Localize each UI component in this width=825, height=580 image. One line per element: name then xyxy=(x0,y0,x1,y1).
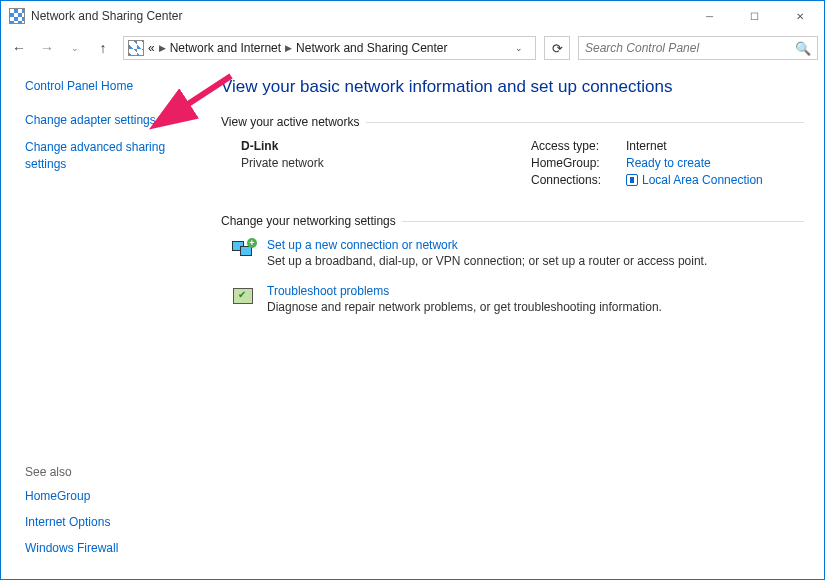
breadcrumb-dropdown-icon[interactable]: ⌄ xyxy=(511,43,527,53)
up-button[interactable]: ↑ xyxy=(91,36,115,60)
breadcrumb-network-internet[interactable]: Network and Internet xyxy=(170,41,281,55)
troubleshoot-link[interactable]: Troubleshoot problems xyxy=(267,284,662,298)
active-networks-legend: View your active networks xyxy=(221,115,366,129)
ethernet-icon xyxy=(626,174,638,186)
setup-connection-desc: Set up a broadband, dial-up, or VPN conn… xyxy=(267,254,707,268)
active-networks-section: View your active networks D-Link Private… xyxy=(221,115,804,190)
troubleshoot-icon xyxy=(231,284,255,308)
navigation-bar: ← → ⌄ ↑ « ▶ Network and Internet ▶ Netwo… xyxy=(1,31,824,65)
title-bar: Network and Sharing Center ─ ☐ ✕ xyxy=(1,1,824,31)
network-type: Private network xyxy=(241,156,531,170)
window-title: Network and Sharing Center xyxy=(31,9,687,23)
sidebar-item-internet-options[interactable]: Internet Options xyxy=(25,515,199,529)
chevron-right-icon[interactable]: ▶ xyxy=(159,43,166,53)
back-button[interactable]: ← xyxy=(7,36,31,60)
access-type-value: Internet xyxy=(626,139,667,153)
breadcrumb-current[interactable]: Network and Sharing Center xyxy=(296,41,447,55)
homegroup-label: HomeGroup: xyxy=(531,156,626,170)
maximize-button[interactable]: ☐ xyxy=(732,2,777,30)
chevron-right-icon[interactable]: ▶ xyxy=(285,43,292,53)
breadcrumb-icon xyxy=(128,40,144,56)
sidebar-item-advanced-sharing[interactable]: Change advanced sharing settings xyxy=(25,139,199,173)
connection-link[interactable]: Local Area Connection xyxy=(626,173,763,187)
setup-connection-item: + Set up a new connection or network Set… xyxy=(221,238,804,268)
main-panel: View your basic network information and … xyxy=(211,65,824,579)
setup-connection-icon: + xyxy=(231,238,255,262)
change-settings-legend: Change your networking settings xyxy=(221,214,402,228)
recent-dropdown-icon[interactable]: ⌄ xyxy=(63,36,87,60)
breadcrumb-prefix: « xyxy=(148,41,155,55)
sidebar-item-homegroup[interactable]: HomeGroup xyxy=(25,489,199,503)
see-also-label: See also xyxy=(25,465,199,479)
setup-connection-link[interactable]: Set up a new connection or network xyxy=(267,238,707,252)
sidebar-item-adapter-settings[interactable]: Change adapter settings xyxy=(25,113,199,127)
search-icon[interactable]: 🔍 xyxy=(795,41,811,56)
sidebar-item-home[interactable]: Control Panel Home xyxy=(25,79,199,93)
sidebar: Control Panel Home Change adapter settin… xyxy=(1,65,211,579)
network-name: D-Link xyxy=(241,139,531,153)
sidebar-item-firewall[interactable]: Windows Firewall xyxy=(25,541,199,555)
breadcrumb-bar[interactable]: « ▶ Network and Internet ▶ Network and S… xyxy=(123,36,536,60)
connections-label: Connections: xyxy=(531,173,626,187)
change-settings-section: Change your networking settings + Set up… xyxy=(221,214,804,330)
close-button[interactable]: ✕ xyxy=(777,2,822,30)
content-area: Control Panel Home Change adapter settin… xyxy=(1,65,824,579)
troubleshoot-item: Troubleshoot problems Diagnose and repai… xyxy=(221,284,804,314)
connection-name: Local Area Connection xyxy=(642,173,763,187)
search-box[interactable]: 🔍 xyxy=(578,36,818,60)
window-controls: ─ ☐ ✕ xyxy=(687,2,822,30)
minimize-button[interactable]: ─ xyxy=(687,2,732,30)
refresh-button[interactable]: ⟳ xyxy=(544,36,570,60)
search-input[interactable] xyxy=(585,41,795,55)
forward-button[interactable]: → xyxy=(35,36,59,60)
access-type-label: Access type: xyxy=(531,139,626,153)
main-heading: View your basic network information and … xyxy=(221,77,804,97)
homegroup-link[interactable]: Ready to create xyxy=(626,156,711,170)
app-icon xyxy=(9,8,25,24)
troubleshoot-desc: Diagnose and repair network problems, or… xyxy=(267,300,662,314)
